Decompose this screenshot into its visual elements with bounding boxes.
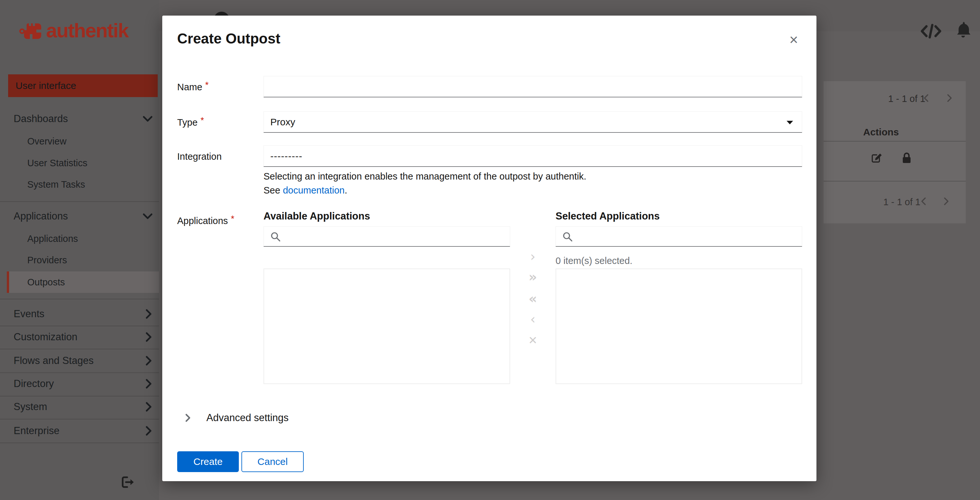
table-row-divider bbox=[824, 181, 966, 182]
sidebar-item-label: Applications bbox=[27, 233, 78, 244]
sidebar-item-outposts-active[interactable]: Outposts bbox=[7, 271, 159, 293]
sidebar-group-applications[interactable]: Applications bbox=[8, 205, 158, 227]
sidebar-item-overview[interactable]: Overview bbox=[27, 130, 67, 152]
chevron-right-icon bbox=[145, 426, 152, 436]
advanced-settings-label: Advanced settings bbox=[206, 412, 288, 424]
close-modal-button[interactable]: × bbox=[785, 30, 803, 49]
sidebar-group-label: Enterprise bbox=[14, 425, 59, 437]
available-search bbox=[264, 226, 510, 247]
add-selected-button[interactable]: › bbox=[526, 249, 540, 264]
api-button[interactable] bbox=[920, 23, 942, 40]
required-marker: * bbox=[200, 116, 204, 125]
caret-down-icon bbox=[786, 121, 794, 125]
sidebar-group-label: Applications bbox=[14, 210, 68, 222]
sign-out-icon bbox=[121, 476, 136, 488]
chevron-right-icon bbox=[946, 94, 953, 103]
sidebar-divider bbox=[0, 299, 159, 299]
chevron-right-icon bbox=[145, 309, 152, 319]
edit-icon bbox=[871, 153, 883, 164]
selected-applications-listbox[interactable] bbox=[555, 269, 802, 384]
chevron-right-icon bbox=[185, 413, 191, 422]
authentik-logo-text: authentik bbox=[46, 19, 128, 42]
sidebar-divider bbox=[0, 201, 159, 202]
sidebar-item-label: System Tasks bbox=[27, 179, 85, 190]
sidebar-group-customization[interactable]: Customization bbox=[8, 326, 158, 348]
sidebar-group-label: Events bbox=[14, 308, 45, 320]
sidebar-group-events[interactable]: Events bbox=[8, 303, 158, 325]
selected-applications-title: Selected Applications bbox=[555, 210, 660, 222]
code-brackets-icon bbox=[920, 23, 942, 40]
sidebar-item-user-statistics[interactable]: User Statistics bbox=[27, 152, 87, 174]
sign-out-button[interactable] bbox=[121, 476, 136, 489]
remove-all-button[interactable]: « bbox=[526, 291, 540, 306]
pagination-info: 1 - 1 of 1 bbox=[888, 94, 925, 104]
name-input[interactable] bbox=[264, 76, 802, 97]
sidebar-group-label: Flows and Stages bbox=[14, 355, 94, 366]
bell-icon bbox=[955, 21, 971, 39]
available-search-input[interactable] bbox=[285, 228, 507, 245]
chevron-down-icon bbox=[143, 116, 153, 122]
sidebar-item-user-interface[interactable]: User interface bbox=[8, 74, 158, 97]
search-icon bbox=[270, 231, 281, 242]
type-select-value: Proxy bbox=[270, 116, 295, 127]
sidebar-item-label: Outposts bbox=[27, 277, 65, 288]
sidebar-group-label: Dashboards bbox=[14, 113, 68, 125]
sidebar-item-applications[interactable]: Applications bbox=[27, 228, 78, 250]
pagination-next-button[interactable] bbox=[946, 94, 955, 103]
sidebar-group-system[interactable]: System bbox=[8, 396, 158, 418]
sidebar-divider bbox=[0, 443, 159, 443]
pagination-next-button[interactable] bbox=[943, 197, 951, 207]
edit-outpost-button[interactable] bbox=[871, 153, 883, 164]
remove-selected-button[interactable]: ‹ bbox=[526, 312, 540, 326]
cancel-button[interactable]: Cancel bbox=[242, 451, 304, 472]
clear-selection-button[interactable]: ✕ bbox=[526, 333, 540, 347]
integration-help-line2: See documentation. bbox=[264, 185, 347, 196]
required-marker: * bbox=[205, 80, 208, 90]
type-label: Type* bbox=[177, 117, 204, 128]
available-applications-title: Available Applications bbox=[264, 210, 370, 222]
create-outpost-modal: Create Outpost × Name* Type* Proxy Integ… bbox=[162, 16, 816, 481]
modal-title: Create Outpost bbox=[177, 30, 280, 47]
name-label-text: Name bbox=[177, 82, 202, 92]
chevron-right-icon bbox=[145, 356, 152, 366]
sidebar-group-directory[interactable]: Directory bbox=[8, 373, 158, 395]
toggle-outpost-button[interactable] bbox=[902, 152, 913, 164]
lock-icon bbox=[902, 152, 912, 164]
integration-select[interactable]: --------- bbox=[264, 145, 802, 167]
add-all-button[interactable]: » bbox=[526, 270, 540, 284]
sidebar-item-label: Overview bbox=[27, 136, 67, 147]
chevron-right-icon bbox=[145, 402, 152, 412]
sidebar: authentik User interface Dashboards Over… bbox=[0, 0, 159, 500]
pagination-prev-button[interactable] bbox=[920, 197, 929, 207]
chevron-right-icon bbox=[145, 379, 152, 389]
pagination-prev-button[interactable] bbox=[923, 94, 931, 103]
pagination-info: 1 - 1 of 1 bbox=[883, 197, 920, 207]
sidebar-item-label: User interface bbox=[16, 80, 76, 91]
type-select[interactable]: Proxy bbox=[264, 111, 802, 133]
screen: authentik User interface Dashboards Over… bbox=[0, 0, 980, 500]
sidebar-group-dashboards[interactable]: Dashboards bbox=[8, 108, 158, 130]
create-button[interactable]: Create bbox=[177, 451, 239, 472]
sidebar-item-providers[interactable]: Providers bbox=[27, 249, 67, 271]
sidebar-group-label: System bbox=[14, 401, 47, 412]
selected-search bbox=[555, 226, 802, 247]
table-header-divider bbox=[824, 141, 966, 142]
documentation-link[interactable]: documentation bbox=[283, 185, 345, 196]
sidebar-divider bbox=[0, 349, 159, 349]
sidebar-group-enterprise[interactable]: Enterprise bbox=[8, 420, 158, 442]
integration-label: Integration bbox=[177, 151, 222, 162]
sidebar-group-flows-and-stages[interactable]: Flows and Stages bbox=[8, 350, 158, 372]
sidebar-item-system-tasks[interactable]: System Tasks bbox=[27, 174, 85, 196]
integration-help-text: Selecting an integration enables the man… bbox=[264, 171, 586, 182]
available-applications-listbox[interactable] bbox=[264, 269, 510, 384]
sidebar-item-label: Providers bbox=[27, 255, 67, 266]
advanced-settings-toggle[interactable]: Advanced settings bbox=[185, 411, 288, 425]
selected-search-input[interactable] bbox=[577, 228, 799, 245]
name-label: Name* bbox=[177, 82, 208, 92]
authentik-logo: authentik bbox=[19, 17, 128, 44]
chevron-left-icon bbox=[923, 94, 929, 103]
integration-label-text: Integration bbox=[177, 151, 222, 162]
sidebar-item-label: User Statistics bbox=[27, 158, 87, 169]
chevron-right-icon bbox=[943, 197, 950, 206]
notifications-button[interactable] bbox=[955, 21, 971, 39]
